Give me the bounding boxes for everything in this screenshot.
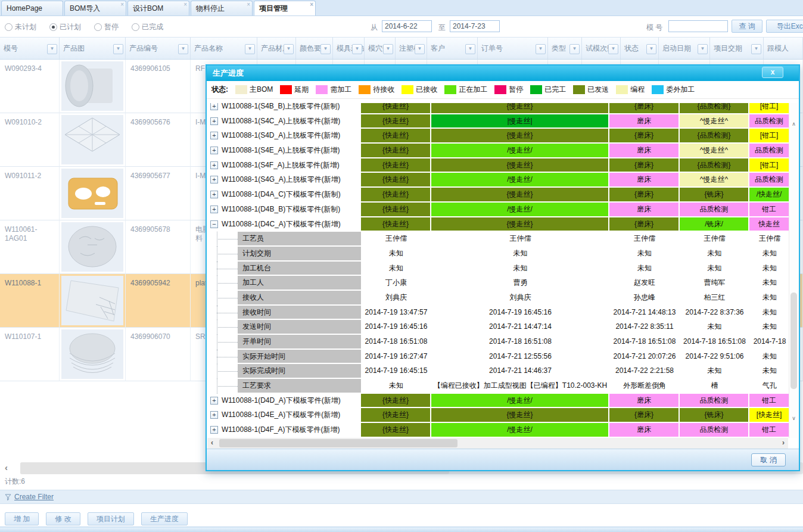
filter-dropdown-icon[interactable]: ▼ <box>751 44 761 54</box>
radio-circle-icon[interactable] <box>49 23 57 31</box>
column-header[interactable]: 模号▼ <box>0 38 60 59</box>
search-button[interactable]: 查 询 <box>732 20 762 33</box>
tab-close-icon[interactable]: × <box>310 2 313 8</box>
filter-dropdown-icon[interactable]: ▼ <box>47 44 57 54</box>
tab-homepage[interactable]: HomePage <box>1 1 63 15</box>
expand-icon[interactable]: + <box>210 161 218 169</box>
scroll-right-icon[interactable]: › <box>782 438 785 447</box>
filter-dropdown-icon[interactable]: ▼ <box>465 44 475 54</box>
filter-dropdown-icon[interactable]: ▼ <box>352 44 362 54</box>
grid-row[interactable]: +W110088-1(D4F_A)下模板零件(新增){快走丝}/慢走丝/磨床品质… <box>207 423 789 438</box>
grid-horizontal-scrollbar[interactable]: ‹ › <box>207 438 788 449</box>
action-button-1[interactable]: 修 改 <box>46 512 80 525</box>
tab-design-bom[interactable]: 设计BOM× <box>127 1 189 15</box>
tab-close-icon[interactable]: × <box>247 2 250 8</box>
column-header[interactable]: 模具寿命▼ <box>333 38 365 59</box>
expand-icon[interactable]: + <box>210 147 218 154</box>
tab-project-management[interactable]: 项目管理× <box>254 1 316 15</box>
column-header[interactable]: 模穴数▼ <box>365 38 396 59</box>
action-button-2[interactable]: 项目计划 <box>88 512 134 525</box>
filter-dropdown-icon[interactable]: ▼ <box>536 44 546 54</box>
detail-label: 加工机台 <box>238 262 361 276</box>
filter-dropdown-icon[interactable]: ▼ <box>569 44 580 54</box>
expand-icon[interactable]: + <box>210 411 218 419</box>
expand-icon[interactable]: + <box>210 132 218 139</box>
radio-circle-icon[interactable] <box>132 23 139 31</box>
column-header[interactable]: 颜色要求▼ <box>296 38 333 59</box>
filter-dropdown-icon[interactable]: ▼ <box>698 44 708 54</box>
filter-dropdown-icon[interactable]: ▼ <box>113 44 123 54</box>
column-header[interactable]: 产品名称▼ <box>191 38 257 59</box>
radio-paused[interactable]: 暂停 <box>94 22 119 32</box>
action-button-0[interactable]: 增 加 <box>5 512 39 525</box>
grid-row[interactable]: +W110088-1(D4A_C)下模板零件(新制){快走丝}{慢走丝}{磨床}… <box>207 188 789 203</box>
expand-icon[interactable]: + <box>210 191 218 198</box>
column-header[interactable]: 类型▼ <box>548 38 582 59</box>
column-header[interactable]: 产品材质▼ <box>257 38 296 59</box>
filter-dropdown-icon[interactable]: ▼ <box>320 44 331 54</box>
radio-circle-icon[interactable] <box>5 23 13 31</box>
filter-dropdown-icon[interactable]: ▼ <box>245 44 255 54</box>
date-from-input[interactable] <box>382 20 432 32</box>
column-header[interactable]: 注塑机▼ <box>396 38 427 59</box>
filter-dropdown-icon[interactable]: ▼ <box>415 44 425 54</box>
tab-material-stop[interactable]: 物料停止× <box>191 1 253 15</box>
column-header[interactable]: 产品图▼ <box>60 38 126 59</box>
action-button-3[interactable]: 生产进度 <box>141 512 188 525</box>
grid-row[interactable]: +W110088-1(D4B_B)下模板零件(新制){快走丝}/慢走丝/磨床品质… <box>207 203 789 217</box>
expand-icon[interactable]: + <box>210 103 218 110</box>
cancel-button[interactable]: 取 消 <box>751 453 786 466</box>
filter-dropdown-icon[interactable]: ▼ <box>284 44 294 54</box>
detail-value: 2014-7-21 14:47:14 <box>431 320 609 335</box>
expand-icon[interactable]: + <box>210 397 218 405</box>
grid-vscroll-thumb[interactable] <box>790 293 797 389</box>
column-header[interactable]: 订单号▼ <box>478 38 548 59</box>
filter-dropdown-icon[interactable]: ▼ <box>178 44 188 54</box>
radio-completed[interactable]: 已完成 <box>132 22 163 32</box>
grid-row[interactable]: +W110088-1(S4F_A)上脱板零件(新增){快走丝}{慢走丝}{磨床}… <box>207 158 789 173</box>
detail-value: 刘典庆 <box>431 291 609 306</box>
grid-row[interactable]: +W110088-1(S4G_A)上脱板零件(新增){快走丝}/慢走丝/磨床^慢… <box>207 173 789 188</box>
column-header[interactable]: 跟模人 <box>764 38 803 59</box>
radio-unplanned[interactable]: 未计划 <box>5 22 36 32</box>
expand-icon[interactable]: + <box>210 426 218 434</box>
tab-close-icon[interactable]: × <box>183 2 187 8</box>
create-filter-link[interactable]: Create Filter <box>14 493 54 501</box>
scroll-down-icon[interactable]: ∨ <box>789 415 798 421</box>
mold-no-input[interactable] <box>668 20 728 32</box>
detail-value: 丁小康 <box>361 276 431 291</box>
grid-row[interactable]: +W110088-1(S4B_B)上脱板零件(新制){快走丝}{慢走丝}{磨床}… <box>207 103 789 114</box>
date-to-input[interactable] <box>450 20 500 32</box>
grid-row[interactable]: +W110088-1(S4E_A)上脱板零件(新增){快走丝}/慢走丝/磨床^慢… <box>207 144 789 158</box>
filter-dropdown-icon[interactable]: ▼ <box>383 44 393 54</box>
scroll-left-icon[interactable]: ‹ <box>211 438 213 447</box>
grid-row[interactable]: +W110088-1(S4D_A)上脱板零件(新增){快走丝}{慢走丝}{磨床}… <box>207 129 789 144</box>
expand-icon[interactable]: + <box>210 117 218 125</box>
collapse-icon[interactable]: − <box>210 220 218 228</box>
expand-icon[interactable]: + <box>210 176 218 183</box>
tab-bom-import[interactable]: BOM导入× <box>64 1 126 15</box>
expand-icon[interactable]: + <box>210 206 218 213</box>
radio-circle-icon[interactable] <box>94 23 102 31</box>
grid-row[interactable]: +W110088-1(D4D_A)下模板零件(新增){快走丝}/慢走丝/磨床品质… <box>207 394 789 409</box>
grid-row[interactable]: +W110088-1(D4E_A)下模板零件(新增){快走丝}{慢走丝}{磨床}… <box>207 408 789 423</box>
column-header[interactable]: 状态▼ <box>621 38 659 59</box>
process-cell: {品质检测} <box>680 129 749 144</box>
scroll-left-icon[interactable]: ‹ <box>5 462 8 472</box>
grid-vertical-scrollbar[interactable]: ∧ ∨ <box>789 103 798 438</box>
grid-row[interactable]: +W110088-1(S4C_A)上脱板零件(新增){快走丝}|慢走丝|磨床^慢… <box>207 114 789 129</box>
scroll-up-icon[interactable]: ∧ <box>789 121 798 127</box>
grid-row[interactable]: −W110088-1(D4C_A)下模板零件(新增){快走丝}{慢走丝}{磨床}… <box>207 217 789 232</box>
column-header[interactable]: 试模次数▼ <box>582 38 621 59</box>
filter-dropdown-icon[interactable]: ▼ <box>646 44 656 54</box>
column-header[interactable]: 项目交期▼ <box>710 38 764 59</box>
radio-planned[interactable]: 已计划 <box>49 22 81 32</box>
column-header[interactable]: 启动日期▼ <box>659 38 710 59</box>
column-header[interactable]: 客户▼ <box>427 38 478 59</box>
export-excel-button[interactable]: 导出Exce <box>766 20 803 33</box>
grid-hscroll-thumb[interactable] <box>219 439 457 447</box>
column-header[interactable]: 产品编号▼ <box>126 38 191 59</box>
close-icon[interactable]: x <box>762 67 783 78</box>
tab-close-icon[interactable]: × <box>120 2 124 8</box>
filter-dropdown-icon[interactable]: ▼ <box>608 44 618 54</box>
